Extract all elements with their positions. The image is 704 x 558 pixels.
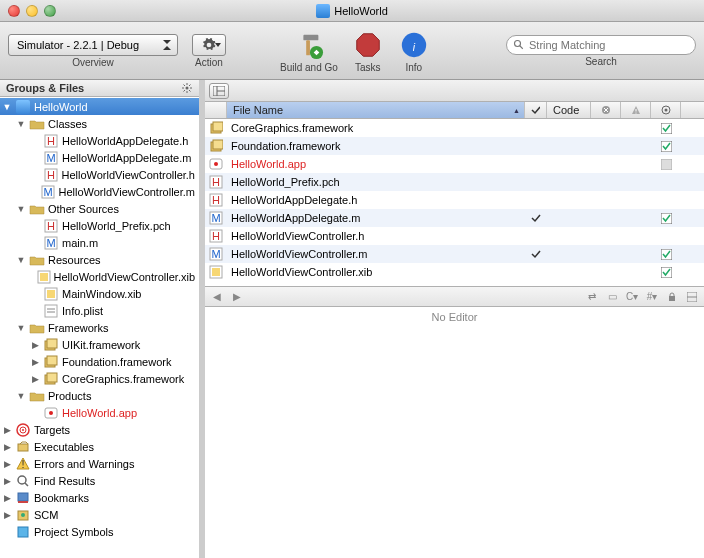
search-field[interactable]	[506, 35, 696, 55]
tree-item[interactable]: ▼Resources	[0, 251, 199, 268]
minimize-window-button[interactable]	[26, 5, 38, 17]
tree-item[interactable]: HHelloWorldAppDelegate.h	[0, 132, 199, 149]
disclosure-triangle-icon[interactable]: ▼	[16, 323, 26, 333]
disclosure-triangle-icon[interactable]: ▶	[2, 459, 12, 469]
tree-item[interactable]: ▶Foundation.framework	[0, 353, 199, 370]
column-warnings-header[interactable]	[621, 102, 651, 118]
tree-item[interactable]: HHelloWorldViewController.h	[0, 166, 199, 183]
tree-item[interactable]: ▼HelloWorld	[0, 98, 199, 115]
row-target-cell[interactable]	[651, 267, 681, 278]
tree-item[interactable]: Project Symbols	[0, 523, 199, 540]
target-checkbox[interactable]	[661, 123, 672, 134]
tree-item[interactable]: ▼Products	[0, 387, 199, 404]
class-browser-button[interactable]: C▾	[624, 290, 640, 304]
disclosure-triangle-icon[interactable]: ▶	[2, 510, 12, 520]
tree-item[interactable]: MHelloWorldAppDelegate.m	[0, 149, 199, 166]
disclosure-triangle-icon[interactable]: ▶	[30, 357, 40, 367]
target-checkbox[interactable]	[661, 249, 672, 260]
tree-item[interactable]: HelloWorld.app	[0, 404, 199, 421]
tree-item[interactable]: ▶Executables	[0, 438, 199, 455]
row-target-cell[interactable]	[651, 213, 681, 224]
counterpart-button[interactable]: ⇄	[584, 290, 600, 304]
disclosure-triangle-icon[interactable]: ▶	[30, 374, 40, 384]
tree-item[interactable]: ▶!Errors and Warnings	[0, 455, 199, 472]
table-row[interactable]: HelloWorld.app	[205, 155, 704, 173]
column-errors-header[interactable]	[591, 102, 621, 118]
tree-item[interactable]: ▼Frameworks	[0, 319, 199, 336]
action-menu-button[interactable]	[192, 34, 226, 56]
split-editor-button[interactable]	[684, 290, 700, 304]
table-row[interactable]: Foundation.framework	[205, 137, 704, 155]
zoom-window-button[interactable]	[44, 5, 56, 17]
tree-item[interactable]: Mmain.m	[0, 234, 199, 251]
table-row[interactable]: MHelloWorldViewController.m	[205, 245, 704, 263]
row-target-cell[interactable]	[651, 123, 681, 134]
column-build-check-header[interactable]	[525, 102, 547, 118]
close-window-button[interactable]	[8, 5, 20, 17]
target-checkbox[interactable]	[661, 213, 672, 224]
breakpoints-button[interactable]: ▭	[604, 290, 620, 304]
disclosure-triangle-icon[interactable]: ▶	[2, 442, 12, 452]
disclosure-triangle-icon[interactable]: ▼	[2, 102, 12, 112]
search-input[interactable]	[529, 39, 689, 51]
table-row[interactable]: HHelloWorldViewController.h	[205, 227, 704, 245]
tree-item[interactable]: ▶Find Results	[0, 472, 199, 489]
tree-item[interactable]: ▶SCM	[0, 506, 199, 523]
source-tree[interactable]: ▼HelloWorld▼ClassesHHelloWorldAppDelegat…	[0, 97, 199, 558]
view-toggle-button[interactable]	[209, 83, 229, 99]
tree-item[interactable]: ▶CoreGraphics.framework	[0, 370, 199, 387]
tree-item[interactable]: HHelloWorld_Prefix.pch	[0, 217, 199, 234]
tree-item[interactable]: MHelloWorldViewController.m	[0, 183, 199, 200]
tree-item[interactable]: ▼Other Sources	[0, 200, 199, 217]
disclosure-triangle-icon[interactable]: ▼	[16, 119, 26, 129]
function-popup-button[interactable]: #▾	[644, 290, 660, 304]
file-table-body[interactable]: CoreGraphics.frameworkFoundation.framewo…	[205, 119, 704, 281]
tree-item[interactable]: MainWindow.xib	[0, 285, 199, 302]
disclosure-triangle-icon[interactable]: ▶	[2, 476, 12, 486]
svg-rect-55	[18, 527, 28, 537]
table-row[interactable]: HelloWorldViewController.xib	[205, 263, 704, 281]
disclosure-triangle-icon[interactable]: ▶	[2, 425, 12, 435]
svg-point-63	[635, 112, 636, 113]
info-button[interactable]: i	[398, 29, 430, 61]
target-checkbox[interactable]	[661, 267, 672, 278]
column-icon-header[interactable]	[205, 102, 227, 118]
tree-item-label: HelloWorldAppDelegate.m	[62, 152, 191, 164]
nav-back-button[interactable]: ◀	[209, 290, 225, 304]
disclosure-triangle-icon[interactable]: ▶	[2, 493, 12, 503]
overview-selector[interactable]: Simulator - 2.2.1 | Debug	[8, 34, 178, 56]
tree-item[interactable]: ▶Bookmarks	[0, 489, 199, 506]
column-target-header[interactable]	[651, 102, 681, 118]
tree-item[interactable]: Info.plist	[0, 302, 199, 319]
svg-line-50	[25, 483, 28, 486]
build-and-go-button[interactable]	[293, 29, 325, 61]
row-target-cell[interactable]	[651, 249, 681, 260]
tree-item[interactable]: ▶UIKit.framework	[0, 336, 199, 353]
sidebar-header[interactable]: Groups & Files	[0, 80, 199, 97]
table-row[interactable]: CoreGraphics.framework	[205, 119, 704, 137]
tree-item[interactable]: HelloWorldViewController.xib	[0, 268, 199, 285]
tree-item-label: HelloWorld.app	[62, 407, 137, 419]
row-target-cell[interactable]	[651, 141, 681, 152]
tree-item[interactable]: ▼Classes	[0, 115, 199, 132]
tree-item[interactable]: ▶Targets	[0, 421, 199, 438]
disclosure-triangle-icon[interactable]: ▼	[16, 255, 26, 265]
lock-button[interactable]	[664, 290, 680, 304]
table-row[interactable]: HHelloWorldAppDelegate.h	[205, 191, 704, 209]
column-code-header[interactable]: Code	[547, 102, 591, 118]
table-row[interactable]: HHelloWorld_Prefix.pch	[205, 173, 704, 191]
target-checkbox[interactable]	[661, 141, 672, 152]
nav-forward-button[interactable]: ▶	[229, 290, 245, 304]
plist-icon	[43, 304, 59, 318]
row-target-cell[interactable]	[651, 159, 681, 170]
svg-rect-51	[18, 493, 28, 501]
disclosure-triangle-icon[interactable]: ▼	[16, 391, 26, 401]
table-row[interactable]: MHelloWorldAppDelegate.m	[205, 209, 704, 227]
folder-icon	[29, 117, 45, 131]
disclosure-triangle-icon[interactable]: ▶	[30, 340, 40, 350]
column-file-name-header[interactable]: File Name	[227, 102, 525, 118]
sidebar-config-icon[interactable]	[181, 82, 193, 94]
disclosure-triangle-icon[interactable]: ▼	[16, 204, 26, 214]
errors-icon: !	[15, 457, 31, 471]
tasks-button[interactable]	[352, 29, 384, 61]
